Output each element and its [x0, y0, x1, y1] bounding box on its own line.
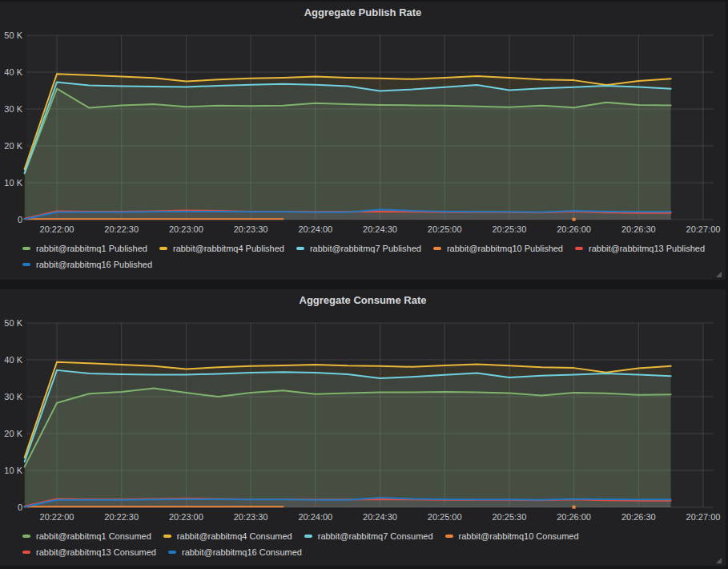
- y-axis-tick-label: 10 K: [4, 466, 22, 475]
- y-axis-tick-label: 50 K: [4, 30, 22, 40]
- dashboard: Aggregate Publish Rate 010 K20 K30 K40 K…: [0, 0, 728, 569]
- legend-series-label: rabbit@rabbitmq13 Published: [589, 244, 705, 253]
- legend-item[interactable]: rabbit@rabbitmq1 Published: [22, 240, 147, 256]
- x-axis-tick-label: 20:23:30: [234, 512, 268, 522]
- y-axis-tick-label: 50 K: [4, 318, 22, 328]
- x-axis-tick-label: 20:27:00: [686, 512, 721, 522]
- y-axis-tick-label: 0: [18, 215, 22, 224]
- legend: rabbit@rabbitmq1 Consumedrabbit@rabbitmq…: [0, 528, 726, 560]
- x-axis-tick-label: 20:26:00: [557, 224, 591, 234]
- series-point: [573, 218, 576, 221]
- legend-series-label: rabbit@rabbitmq16 Published: [36, 260, 152, 269]
- x-axis-tick-label: 20:23:00: [169, 224, 203, 234]
- legend-color-swatch-icon: [159, 247, 167, 250]
- panel-aggregate-consume-rate: Aggregate Consume Rate 010 K20 K30 K40 K…: [0, 289, 726, 566]
- legend-color-swatch-icon: [168, 551, 176, 554]
- legend-item[interactable]: rabbit@rabbitmq10 Consumed: [445, 528, 579, 544]
- panel-title[interactable]: Aggregate Publish Rate: [0, 2, 726, 24]
- legend-series-label: rabbit@rabbitmq10 Published: [447, 244, 563, 253]
- x-axis-tick-label: 20:22:30: [104, 224, 139, 234]
- x-axis-tick-label: 20:26:30: [621, 224, 656, 234]
- series-point: [573, 506, 576, 509]
- x-axis-tick-label: 20:25:00: [428, 512, 462, 522]
- legend-color-swatch-icon: [22, 247, 30, 250]
- y-axis-tick-label: 20 K: [4, 141, 22, 151]
- x-axis-tick-label: 20:26:00: [557, 512, 591, 522]
- x-axis-tick-label: 20:23:30: [234, 224, 268, 234]
- legend-color-swatch-icon: [22, 535, 30, 538]
- legend-item[interactable]: rabbit@rabbitmq4 Consumed: [163, 528, 292, 544]
- panel-resize-handle-icon[interactable]: [716, 558, 722, 563]
- legend-series-label: rabbit@rabbitmq4 Consumed: [177, 531, 292, 541]
- y-axis-tick-label: 40 K: [4, 355, 22, 365]
- legend-series-label: rabbit@rabbitmq1 Consumed: [36, 531, 151, 541]
- x-axis-tick-label: 20:24:30: [363, 512, 397, 522]
- legend-item[interactable]: rabbit@rabbitmq16 Consumed: [168, 544, 302, 560]
- legend-color-swatch-icon: [304, 535, 312, 538]
- legend-item[interactable]: rabbit@rabbitmq13 Consumed: [22, 544, 156, 560]
- publish-rate-chart[interactable]: 010 K20 K30 K40 K50 K20:22:0020:22:3020:…: [0, 24, 726, 236]
- x-axis-tick-label: 20:25:30: [492, 512, 526, 522]
- panel-title[interactable]: Aggregate Consume Rate: [0, 289, 726, 312]
- x-axis-tick-label: 20:25:00: [428, 224, 462, 234]
- series-area-fill: [25, 370, 671, 507]
- legend-item[interactable]: rabbit@rabbitmq7 Published: [296, 240, 421, 256]
- legend-item[interactable]: rabbit@rabbitmq7 Consumed: [304, 528, 433, 544]
- y-axis-tick-label: 0: [18, 502, 22, 512]
- x-axis-tick-label: 20:25:30: [492, 224, 526, 234]
- chart-canvas[interactable]: 010 K20 K30 K40 K50 K20:22:0020:22:3020:…: [0, 24, 726, 236]
- legend-color-swatch-icon: [22, 551, 30, 554]
- x-axis-tick-label: 20:22:00: [40, 512, 74, 522]
- x-axis-tick-label: 20:22:00: [40, 224, 74, 234]
- legend-color-swatch-icon: [445, 535, 453, 538]
- chart-canvas[interactable]: 010 K20 K30 K40 K50 K20:22:0020:22:3020:…: [0, 312, 726, 524]
- x-axis-tick-label: 20:24:00: [298, 512, 332, 522]
- legend-color-swatch-icon: [433, 247, 441, 250]
- legend-item[interactable]: rabbit@rabbitmq10 Published: [433, 240, 563, 256]
- legend-item[interactable]: rabbit@rabbitmq1 Consumed: [22, 528, 151, 544]
- legend: rabbit@rabbitmq1 Publishedrabbit@rabbitm…: [0, 240, 726, 272]
- legend-series-label: rabbit@rabbitmq4 Published: [173, 244, 284, 253]
- panel-resize-handle-icon[interactable]: [716, 272, 722, 277]
- legend-series-label: rabbit@rabbitmq16 Consumed: [182, 547, 302, 557]
- legend-item[interactable]: rabbit@rabbitmq16 Published: [22, 256, 152, 272]
- x-axis-tick-label: 20:24:00: [298, 224, 332, 234]
- y-axis-tick-label: 20 K: [4, 429, 22, 438]
- legend-series-label: rabbit@rabbitmq1 Published: [36, 244, 147, 253]
- x-axis-tick-label: 20:24:30: [363, 224, 397, 234]
- legend-color-swatch-icon: [296, 247, 304, 250]
- legend-item[interactable]: rabbit@rabbitmq13 Published: [575, 240, 705, 256]
- y-axis-tick-label: 40 K: [4, 67, 22, 77]
- legend-color-swatch-icon: [575, 247, 583, 250]
- x-axis-tick-label: 20:22:30: [104, 512, 139, 522]
- x-axis-tick-label: 20:26:30: [621, 512, 656, 522]
- consume-rate-chart[interactable]: 010 K20 K30 K40 K50 K20:22:0020:22:3020:…: [0, 312, 726, 524]
- legend-series-label: rabbit@rabbitmq7 Published: [310, 244, 421, 253]
- y-axis-tick-label: 30 K: [4, 104, 22, 114]
- y-axis-tick-label: 30 K: [4, 392, 22, 402]
- legend-series-label: rabbit@rabbitmq7 Consumed: [318, 531, 433, 541]
- series-area-fill: [25, 82, 671, 220]
- y-axis-tick-label: 10 K: [4, 178, 22, 188]
- legend-series-label: rabbit@rabbitmq10 Consumed: [459, 531, 579, 541]
- panel-aggregate-publish-rate: Aggregate Publish Rate 010 K20 K30 K40 K…: [0, 2, 726, 280]
- legend-item[interactable]: rabbit@rabbitmq4 Published: [159, 240, 284, 256]
- legend-series-label: rabbit@rabbitmq13 Consumed: [36, 547, 156, 557]
- legend-color-swatch-icon: [163, 535, 171, 538]
- x-axis-tick-label: 20:27:00: [686, 224, 721, 234]
- legend-color-swatch-icon: [22, 263, 30, 266]
- x-axis-tick-label: 20:23:00: [169, 512, 203, 522]
